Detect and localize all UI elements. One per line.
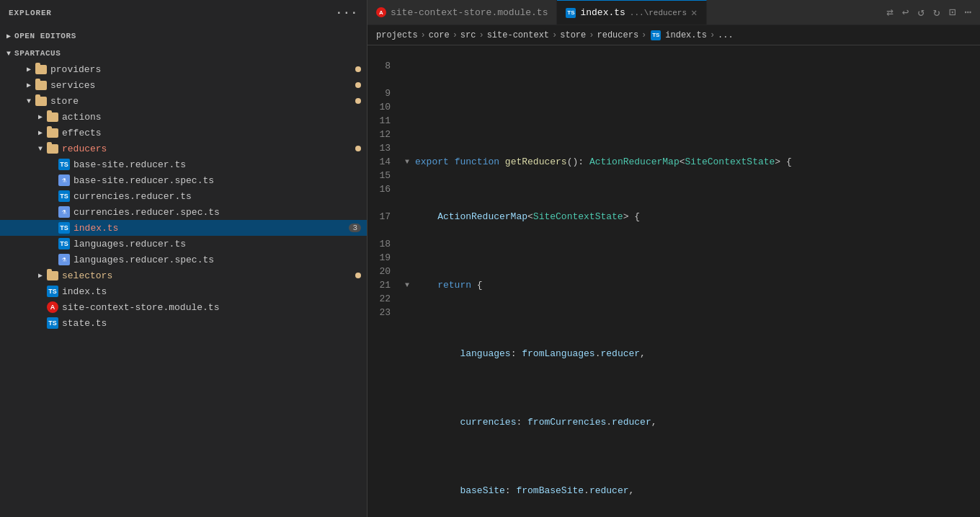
more-icon[interactable]: ··· <box>336 6 358 19</box>
breadcrumb-sep-4: › <box>552 30 557 40</box>
breadcrumb-sep-2: › <box>453 30 458 40</box>
spartacus-section: ▼ SPARTACUS ▶ providers ▶ services <box>0 45 367 331</box>
code-content[interactable]: ▼ export function getReducers(): ActionR… <box>402 45 980 517</box>
spec-file-icon: ⚗ <box>58 206 71 218</box>
file-label-base-site-reducer: base-site.reducer.ts <box>74 159 367 170</box>
tabs-bar: A site-context-store.module.ts TS index.… <box>368 0 980 25</box>
tab-close-button[interactable]: ✕ <box>691 6 697 19</box>
ln-empty-1 <box>373 73 391 87</box>
spartacus-label: SPARTACUS <box>14 49 367 58</box>
file-state-ts[interactable]: TS state.ts <box>0 315 367 331</box>
folder-label-actions: actions <box>62 112 367 123</box>
spartacus-arrow: ▼ <box>3 50 14 58</box>
folder-icon-services <box>35 81 48 90</box>
breadcrumb-ellipsis[interactable]: ... <box>718 30 734 40</box>
open-changes-icon[interactable]: ⊡ <box>946 4 959 21</box>
folder-providers[interactable]: ▶ providers <box>0 61 367 77</box>
code-line-8: ▼ export function getReducers(): ActionR… <box>402 155 980 169</box>
redo-icon[interactable]: ↻ <box>930 4 943 21</box>
go-back-icon[interactable]: ↩ <box>899 4 912 21</box>
file-label-index-ts: index.ts <box>74 223 349 234</box>
ln-14: 14 <box>373 155 391 169</box>
breadcrumb-sep-7: › <box>710 30 715 40</box>
file-store-index-ts[interactable]: TS index.ts <box>0 283 367 299</box>
split-editor-icon[interactable]: ⇄ <box>883 4 896 21</box>
code-line-12: baseSite: fromBaseSite.reducer, <box>402 484 980 498</box>
code-editor[interactable]: 8 9 10 11 12 13 14 15 16 17 18 19 20 21 … <box>368 45 980 517</box>
more-tab-icon[interactable]: ⋯ <box>961 4 974 21</box>
folder-effects[interactable]: ▶ effects <box>0 125 367 141</box>
spec-file-icon: ⚗ <box>58 254 71 265</box>
open-editors-header[interactable]: ▶ OPEN EDITORS <box>0 28 367 44</box>
ln-18: 18 <box>373 237 391 251</box>
folder-arrow: ▶ <box>23 81 35 89</box>
file-currencies-reducer-spec[interactable]: ⚗ currencies.reducer.spec.ts <box>0 204 367 220</box>
breadcrumb-core[interactable]: core <box>429 30 450 40</box>
spartacus-header[interactable]: ▼ SPARTACUS <box>0 45 367 61</box>
fold-arrow-8[interactable]: ▼ <box>405 155 415 169</box>
ts-file-icon-active: TS <box>58 222 71 234</box>
ln-20: 20 <box>373 265 391 278</box>
code-line-11: currencies: fromCurrencies.reducer, <box>402 415 980 429</box>
modified-dot-services <box>355 82 361 88</box>
breadcrumb-projects[interactable]: projects <box>376 30 418 40</box>
folder-icon-actions <box>46 112 59 122</box>
fold-arrow-9[interactable]: ▼ <box>405 278 415 292</box>
folder-label-services: services <box>50 80 355 91</box>
file-index-ts-active[interactable]: TS index.ts 3 <box>0 220 367 236</box>
folder-selectors[interactable]: ▶ selectors <box>0 268 367 283</box>
ts-file-icon: TS <box>46 286 59 297</box>
open-editors-label: OPEN EDITORS <box>14 32 367 40</box>
sidebar-header-icons: ··· <box>336 6 358 19</box>
file-label-languages-reducer-spec: languages.reducer.spec.ts <box>74 255 367 265</box>
breadcrumb-reducers[interactable]: reducers <box>597 30 638 40</box>
folder-icon-effects <box>46 128 59 138</box>
angular-tab-icon: A <box>376 7 386 17</box>
file-label-site-context-store-module: site-context-store.module.ts <box>62 302 367 313</box>
tab-site-context-store-module[interactable]: A site-context-store.module.ts <box>368 0 557 25</box>
file-languages-reducer[interactable]: TS languages.reducer.ts <box>0 236 367 252</box>
file-label-currencies-reducer: currencies.reducer.ts <box>74 191 367 202</box>
folder-label-store: store <box>50 96 355 107</box>
modified-dot-providers <box>355 66 361 72</box>
file-base-site-reducer-spec[interactable]: ⚗ base-site.reducer.spec.ts <box>0 172 367 188</box>
folder-icon-reducers <box>46 144 59 154</box>
breadcrumb-src[interactable]: src <box>460 30 476 40</box>
folder-services[interactable]: ▶ services <box>0 77 367 93</box>
modified-dot-selectors <box>355 273 361 278</box>
file-languages-reducer-spec[interactable]: ⚗ languages.reducer.spec.ts <box>0 252 367 268</box>
ln-22: 22 <box>373 292 391 306</box>
angular-file-icon: A <box>46 301 59 313</box>
folder-label-reducers: reducers <box>62 143 355 154</box>
undo-icon[interactable]: ↺ <box>914 4 927 21</box>
tab-path: ...\reducers <box>630 9 687 17</box>
code-line-10: languages: fromLanguages.reducer, <box>402 347 980 361</box>
folder-arrow: ▼ <box>23 97 35 105</box>
ln-10: 10 <box>373 100 391 114</box>
folder-reducers[interactable]: ▼ reducers <box>0 141 367 156</box>
ln-19: 19 <box>373 251 391 265</box>
folder-actions[interactable]: ▶ actions <box>0 109 367 125</box>
ln-13: 13 <box>373 141 391 155</box>
file-label-store-index-ts: index.ts <box>62 286 367 297</box>
breadcrumb-site-context[interactable]: site-context <box>487 30 549 40</box>
file-currencies-reducer[interactable]: TS currencies.reducer.ts <box>0 188 367 204</box>
file-site-context-store-module[interactable]: A site-context-store.module.ts <box>0 299 367 315</box>
editor-area: A site-context-store.module.ts TS index.… <box>368 0 980 517</box>
file-base-site-reducer[interactable]: TS base-site.reducer.ts <box>0 156 367 172</box>
tab-label-index-ts: index.ts <box>580 7 625 18</box>
folder-store[interactable]: ▼ store <box>0 93 367 109</box>
file-label-languages-reducer: languages.reducer.ts <box>74 239 367 249</box>
ln-11: 11 <box>373 114 391 128</box>
breadcrumb-sep-3: › <box>478 30 484 40</box>
tab-index-ts[interactable]: TS index.ts ...\reducers ✕ <box>557 0 706 25</box>
code-line-8b: ActionReducerMap<SiteContextState> { <box>402 210 980 224</box>
tab-actions: ⇄ ↩ ↺ ↻ ⊡ ⋯ <box>878 0 980 25</box>
folder-arrow: ▼ <box>35 145 46 153</box>
open-editors-section: ▶ OPEN EDITORS <box>0 25 367 45</box>
breadcrumb-index-ts[interactable]: index.ts <box>665 30 707 40</box>
breadcrumb-sep-5: › <box>589 30 594 40</box>
breadcrumb-store[interactable]: store <box>560 30 586 40</box>
breadcrumb-sep-6: › <box>641 30 646 40</box>
error-badge-index: 3 <box>349 224 361 232</box>
